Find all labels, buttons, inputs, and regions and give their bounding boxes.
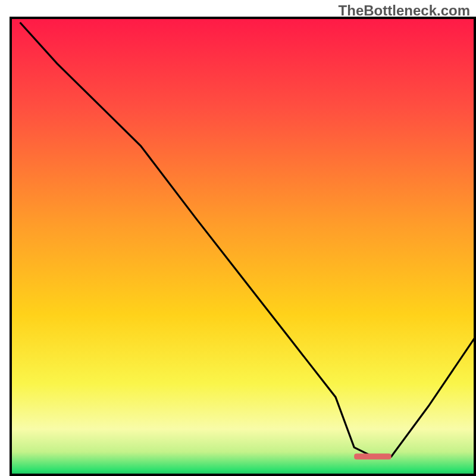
optimal-region-marker: [354, 453, 391, 459]
bottleneck-chart: TheBottleneck.com: [0, 0, 476, 476]
watermark-text: TheBottleneck.com: [339, 2, 470, 19]
chart-svg: [0, 0, 476, 476]
